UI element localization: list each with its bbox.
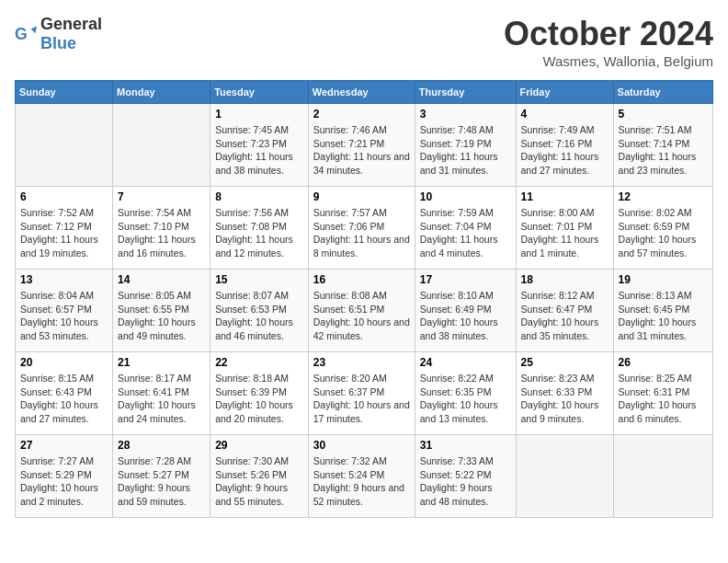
day-number: 12 <box>619 190 708 203</box>
calendar-cell: 4Sunrise: 7:49 AMSunset: 7:16 PMDaylight… <box>516 104 613 187</box>
day-number: 18 <box>521 273 609 286</box>
day-number: 3 <box>420 108 511 121</box>
day-info: Sunrise: 8:02 AMSunset: 6:59 PMDaylight:… <box>619 206 708 260</box>
day-info: Sunrise: 8:10 AMSunset: 6:49 PMDaylight:… <box>420 289 511 343</box>
day-number: 8 <box>215 190 303 203</box>
calendar-cell: 2Sunrise: 7:46 AMSunset: 7:21 PMDaylight… <box>308 104 415 187</box>
day-info: Sunrise: 8:07 AMSunset: 6:53 PMDaylight:… <box>215 289 303 343</box>
header-row: Sunday Monday Tuesday Wednesday Thursday… <box>16 81 713 104</box>
day-number: 27 <box>20 439 108 452</box>
day-number: 11 <box>521 190 609 203</box>
day-number: 7 <box>118 190 205 203</box>
col-wednesday: Wednesday <box>308 81 415 104</box>
calendar-cell <box>113 104 210 187</box>
day-number: 10 <box>420 190 511 203</box>
day-info: Sunrise: 7:45 AMSunset: 7:23 PMDaylight:… <box>215 123 303 178</box>
day-info: Sunrise: 7:46 AMSunset: 7:21 PMDaylight:… <box>313 123 410 178</box>
day-number: 13 <box>20 273 108 286</box>
calendar-cell: 1Sunrise: 7:45 AMSunset: 7:23 PMDaylight… <box>210 104 309 187</box>
col-thursday: Thursday <box>415 81 516 104</box>
calendar-cell: 15Sunrise: 8:07 AMSunset: 6:53 PMDayligh… <box>210 270 309 352</box>
day-info: Sunrise: 7:52 AMSunset: 7:12 PMDaylight:… <box>20 206 108 260</box>
calendar-week-2: 6Sunrise: 7:52 AMSunset: 7:12 PMDaylight… <box>16 187 713 270</box>
calendar-week-4: 20Sunrise: 8:15 AMSunset: 6:43 PMDayligh… <box>16 352 713 435</box>
day-info: Sunrise: 8:08 AMSunset: 6:51 PMDaylight:… <box>313 289 410 343</box>
calendar-cell <box>16 104 113 187</box>
day-info: Sunrise: 8:15 AMSunset: 6:43 PMDaylight:… <box>20 372 108 426</box>
logo-blue-text: Blue <box>40 34 76 52</box>
calendar-cell: 3Sunrise: 7:48 AMSunset: 7:19 PMDaylight… <box>415 104 516 187</box>
day-info: Sunrise: 8:20 AMSunset: 6:37 PMDaylight:… <box>313 372 410 426</box>
day-info: Sunrise: 7:56 AMSunset: 7:08 PMDaylight:… <box>215 206 303 260</box>
day-number: 21 <box>118 356 205 369</box>
calendar-cell: 8Sunrise: 7:56 AMSunset: 7:08 PMDaylight… <box>210 187 309 270</box>
day-info: Sunrise: 7:48 AMSunset: 7:19 PMDaylight:… <box>420 123 511 178</box>
title-block: October 2024 Wasmes, Wallonia, Belgium <box>504 15 713 69</box>
calendar-cell: 29Sunrise: 7:30 AMSunset: 5:26 PMDayligh… <box>210 435 309 518</box>
svg-text:G: G <box>15 25 28 43</box>
day-number: 28 <box>118 439 205 452</box>
day-number: 2 <box>313 108 410 121</box>
day-number: 15 <box>215 273 303 286</box>
calendar-cell: 30Sunrise: 7:32 AMSunset: 5:24 PMDayligh… <box>308 435 415 518</box>
calendar-cell: 31Sunrise: 7:33 AMSunset: 5:22 PMDayligh… <box>415 435 516 518</box>
svg-marker-1 <box>31 26 37 33</box>
calendar-cell: 26Sunrise: 8:25 AMSunset: 6:31 PMDayligh… <box>613 352 712 435</box>
calendar-cell: 27Sunrise: 7:27 AMSunset: 5:29 PMDayligh… <box>16 435 113 518</box>
day-info: Sunrise: 7:32 AMSunset: 5:24 PMDaylight:… <box>313 454 410 509</box>
day-number: 26 <box>619 356 708 369</box>
day-number: 5 <box>619 108 708 121</box>
day-info: Sunrise: 8:22 AMSunset: 6:35 PMDaylight:… <box>420 372 511 426</box>
col-tuesday: Tuesday <box>210 81 309 104</box>
day-number: 24 <box>420 356 511 369</box>
day-info: Sunrise: 8:13 AMSunset: 6:45 PMDaylight:… <box>619 289 708 343</box>
day-info: Sunrise: 8:00 AMSunset: 7:01 PMDaylight:… <box>521 206 609 260</box>
day-number: 19 <box>619 273 708 286</box>
calendar-body: 1Sunrise: 7:45 AMSunset: 7:23 PMDaylight… <box>16 104 713 518</box>
day-info: Sunrise: 7:57 AMSunset: 7:06 PMDaylight:… <box>313 206 410 260</box>
col-monday: Monday <box>113 81 210 104</box>
day-info: Sunrise: 8:04 AMSunset: 6:57 PMDaylight:… <box>20 289 108 343</box>
logo-general-text: General <box>40 15 102 33</box>
col-saturday: Saturday <box>613 81 712 104</box>
calendar-cell: 21Sunrise: 8:17 AMSunset: 6:41 PMDayligh… <box>113 352 210 435</box>
day-info: Sunrise: 7:49 AMSunset: 7:16 PMDaylight:… <box>521 123 609 178</box>
calendar-cell: 22Sunrise: 8:18 AMSunset: 6:39 PMDayligh… <box>210 352 309 435</box>
calendar-cell: 20Sunrise: 8:15 AMSunset: 6:43 PMDayligh… <box>16 352 113 435</box>
day-info: Sunrise: 7:59 AMSunset: 7:04 PMDaylight:… <box>420 206 511 260</box>
page-header: G General Blue October 2024 Wasmes, Wall… <box>15 15 713 69</box>
calendar-cell: 24Sunrise: 8:22 AMSunset: 6:35 PMDayligh… <box>415 352 516 435</box>
calendar-cell: 23Sunrise: 8:20 AMSunset: 6:37 PMDayligh… <box>308 352 415 435</box>
calendar-cell: 18Sunrise: 8:12 AMSunset: 6:47 PMDayligh… <box>516 270 613 352</box>
calendar-cell: 14Sunrise: 8:05 AMSunset: 6:55 PMDayligh… <box>113 270 210 352</box>
calendar-subtitle: Wasmes, Wallonia, Belgium <box>504 53 713 69</box>
calendar-week-3: 13Sunrise: 8:04 AMSunset: 6:57 PMDayligh… <box>16 270 713 352</box>
day-info: Sunrise: 8:23 AMSunset: 6:33 PMDaylight:… <box>521 372 609 426</box>
calendar-cell: 6Sunrise: 7:52 AMSunset: 7:12 PMDaylight… <box>16 187 113 270</box>
calendar-title: October 2024 <box>504 15 713 53</box>
day-info: Sunrise: 7:28 AMSunset: 5:27 PMDaylight:… <box>118 454 205 509</box>
calendar-cell: 12Sunrise: 8:02 AMSunset: 6:59 PMDayligh… <box>613 187 712 270</box>
day-info: Sunrise: 7:27 AMSunset: 5:29 PMDaylight:… <box>20 454 108 509</box>
day-info: Sunrise: 8:18 AMSunset: 6:39 PMDaylight:… <box>215 372 303 426</box>
logo: G General Blue <box>15 15 102 53</box>
calendar-cell: 9Sunrise: 7:57 AMSunset: 7:06 PMDaylight… <box>308 187 415 270</box>
day-number: 25 <box>521 356 609 369</box>
day-number: 4 <box>521 108 609 121</box>
calendar-cell: 7Sunrise: 7:54 AMSunset: 7:10 PMDaylight… <box>113 187 210 270</box>
calendar-cell: 10Sunrise: 7:59 AMSunset: 7:04 PMDayligh… <box>415 187 516 270</box>
calendar-header: Sunday Monday Tuesday Wednesday Thursday… <box>16 81 713 104</box>
day-number: 17 <box>420 273 511 286</box>
calendar-week-1: 1Sunrise: 7:45 AMSunset: 7:23 PMDaylight… <box>16 104 713 187</box>
day-info: Sunrise: 8:12 AMSunset: 6:47 PMDaylight:… <box>521 289 609 343</box>
calendar-cell: 11Sunrise: 8:00 AMSunset: 7:01 PMDayligh… <box>516 187 613 270</box>
day-info: Sunrise: 7:33 AMSunset: 5:22 PMDaylight:… <box>420 454 511 509</box>
day-info: Sunrise: 7:54 AMSunset: 7:10 PMDaylight:… <box>118 206 205 260</box>
day-info: Sunrise: 8:05 AMSunset: 6:55 PMDaylight:… <box>118 289 205 343</box>
day-number: 14 <box>118 273 205 286</box>
day-number: 9 <box>313 190 410 203</box>
col-sunday: Sunday <box>16 81 113 104</box>
day-info: Sunrise: 8:17 AMSunset: 6:41 PMDaylight:… <box>118 372 205 426</box>
calendar-cell <box>516 435 613 518</box>
calendar-table: Sunday Monday Tuesday Wednesday Thursday… <box>15 80 713 518</box>
